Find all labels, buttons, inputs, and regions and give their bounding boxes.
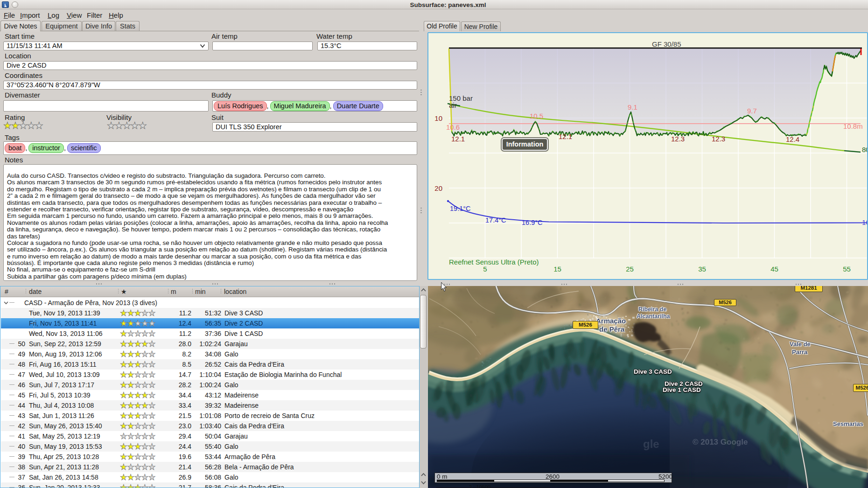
svg-text:5: 5 bbox=[483, 265, 487, 273]
svg-text:12.3: 12.3 bbox=[671, 135, 685, 143]
svg-text:12.4: 12.4 bbox=[786, 135, 799, 143]
svg-text:25: 25 bbox=[626, 265, 634, 273]
svg-text:55: 55 bbox=[843, 265, 851, 273]
svg-text:10.5: 10.5 bbox=[530, 112, 543, 120]
svg-text:15: 15 bbox=[553, 265, 561, 273]
svg-text:gle: gle bbox=[643, 438, 659, 450]
svg-text:17.4°C: 17.4°C bbox=[485, 216, 506, 224]
svg-text:air: air bbox=[449, 101, 457, 109]
svg-text:20: 20 bbox=[434, 184, 442, 192]
svg-text:10: 10 bbox=[434, 114, 442, 122]
svg-text:12.1: 12.1 bbox=[451, 135, 465, 143]
svg-text:9.7: 9.7 bbox=[747, 107, 757, 115]
svg-text:© 2013 Google: © 2013 Google bbox=[693, 438, 748, 446]
svg-text:12.1: 12.1 bbox=[559, 132, 572, 140]
svg-text:10.8m: 10.8m bbox=[843, 122, 863, 130]
svg-text:12.3: 12.3 bbox=[712, 135, 725, 143]
svg-text:GF 30/85: GF 30/85 bbox=[652, 40, 681, 48]
svg-text:9.1: 9.1 bbox=[628, 103, 637, 111]
svg-text:19.1°C: 19.1°C bbox=[450, 205, 471, 212]
svg-text:45: 45 bbox=[770, 265, 778, 273]
svg-text:16.9°C: 16.9°C bbox=[522, 219, 543, 226]
svg-text:16.: 16. bbox=[862, 218, 867, 226]
svg-text:10.6: 10.6 bbox=[446, 123, 460, 131]
svg-text:80: 80 bbox=[862, 146, 867, 153]
svg-text:Reefnet Sensus Ultra (Preto): Reefnet Sensus Ultra (Preto) bbox=[449, 258, 539, 266]
svg-text:35: 35 bbox=[698, 265, 706, 273]
